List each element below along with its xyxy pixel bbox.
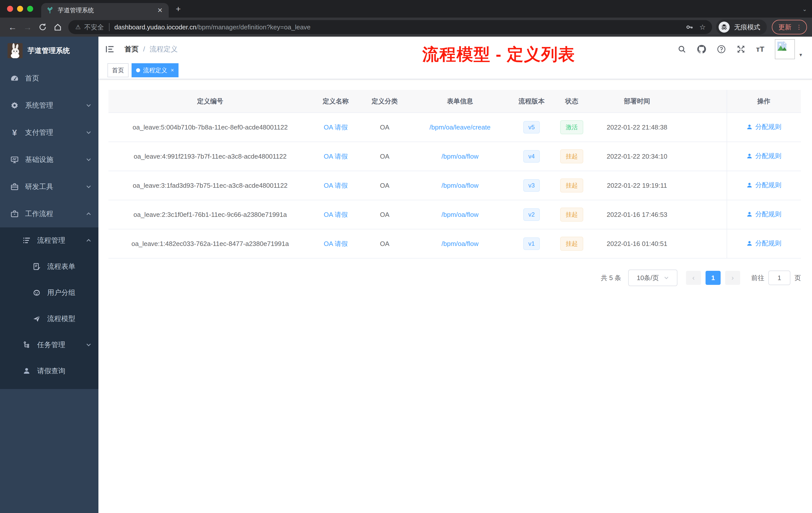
tab-search-caret-icon[interactable]: ⌄	[803, 6, 807, 12]
sidebar-item-label: 支付管理	[25, 128, 53, 137]
sidebar-item-label: 首页	[25, 73, 39, 83]
page-size-select[interactable]: 10条/页	[628, 270, 677, 286]
tab-close-icon[interactable]: ✕	[156, 6, 164, 14]
sidebar-item-label: 用户分组	[47, 288, 75, 297]
security-warning-icon[interactable]: ⚠	[75, 24, 81, 31]
goto-label: 前往	[751, 274, 764, 282]
assign-rule-link[interactable]: 分配规则	[746, 210, 781, 219]
next-page-button[interactable]: ›	[725, 271, 740, 285]
cell-deploy-time: 2022-01-22 20:34:10	[590, 153, 684, 160]
sidebar-item-leave-query[interactable]: 请假查询	[0, 358, 98, 384]
new-tab-button[interactable]: +	[176, 4, 181, 14]
sidebar-item-workflow[interactable]: 工作流程	[0, 200, 98, 228]
breadcrumb-separator: /	[143, 45, 145, 53]
monitor-icon	[10, 155, 19, 164]
page-size-value: 10条/页	[637, 274, 659, 282]
goto-page-input[interactable]	[768, 271, 790, 285]
definition-name-link[interactable]: OA 请假	[324, 240, 348, 247]
page-number-1[interactable]: 1	[705, 271, 721, 285]
key-icon[interactable]	[683, 23, 696, 31]
fullscreen-icon[interactable]	[736, 45, 746, 54]
forward-button[interactable]: →	[20, 20, 35, 35]
chevron-up-icon	[86, 211, 91, 217]
sidebar-item-label: 流程表单	[47, 262, 75, 271]
prev-page-button[interactable]: ‹	[686, 271, 701, 285]
definition-name-link[interactable]: OA 请假	[324, 211, 348, 218]
page-content: 定义编号 定义名称 定义分类 表单信息 流程版本 状态 部署时间 操作 oa_l…	[98, 79, 812, 513]
form-link[interactable]: /bpm/oa/flow	[441, 240, 478, 247]
send-icon	[32, 315, 41, 323]
tag-home[interactable]: 首页	[108, 63, 128, 77]
cell-deploy-time: 2022-01-22 21:48:38	[590, 123, 684, 131]
url-bar[interactable]: ⚠ 不安全 dashboard.yudao.iocoder.cn /bpm/ma…	[68, 20, 712, 34]
assign-rule-link[interactable]: 分配规则	[746, 122, 781, 131]
avatar-broken-image[interactable]	[775, 39, 795, 59]
sidebar-item-home[interactable]: 首页	[0, 65, 98, 92]
url-path[interactable]: /bpm/manager/definition?key=oa_leave	[196, 23, 683, 31]
sidebar-item-user-group[interactable]: 用户分组	[0, 280, 98, 306]
search-icon[interactable]	[678, 45, 686, 54]
sidebar-item-process-mgmt[interactable]: 流程管理	[0, 228, 98, 253]
sidebar-collapse-icon[interactable]	[105, 44, 115, 54]
bookmark-star-icon[interactable]: ☆	[696, 23, 709, 31]
column-header-action: 操作	[727, 97, 801, 105]
form-link[interactable]: /bpm/oa/flow	[441, 182, 478, 189]
version-badge: v2	[523, 208, 540, 221]
definition-table: 定义编号 定义名称 定义分类 表单信息 流程版本 状态 部署时间 操作 oa_l…	[109, 90, 801, 259]
form-link[interactable]: /bpm/oa/flow	[441, 153, 478, 160]
font-size-icon[interactable]: ᴛT	[756, 45, 764, 54]
cell-definition-id: oa_leave:5:004b710b-7b8a-11ec-8ef0-acde4…	[109, 123, 312, 131]
pagination: 共 5 条 10条/页 ‹ 1 › 前往 页	[109, 270, 801, 286]
tag-close-icon[interactable]: ×	[171, 67, 174, 73]
chevron-down-icon	[86, 184, 91, 189]
sidebar-item-infra[interactable]: 基础设施	[0, 146, 98, 173]
browser-window: 芋道管理系统 ✕ + ⌄ ← → ⚠ 不安全 dashboard.yudao.i…	[0, 0, 812, 513]
sidebar-logo[interactable]: 芋道管理系统	[0, 37, 98, 65]
sidebar-item-process-model[interactable]: 流程模型	[0, 306, 98, 332]
chevron-up-icon	[86, 238, 91, 243]
chevron-down-icon	[86, 342, 91, 348]
definition-name-link[interactable]: OA 请假	[324, 123, 348, 131]
assign-rule-link[interactable]: 分配规则	[746, 181, 781, 189]
browser-tabstrip: 芋道管理系统 ✕ + ⌄	[0, 0, 812, 18]
column-header: 状态	[553, 97, 590, 105]
tag-label: 流程定义	[143, 66, 167, 74]
form-link[interactable]: /bpm/oa/leave/create	[430, 123, 491, 131]
tag-process-definition[interactable]: 流程定义 ×	[132, 63, 178, 77]
minimize-window-button[interactable]	[17, 6, 23, 12]
sidebar-item-system[interactable]: 系统管理	[0, 92, 98, 119]
sidebar-item-devtools[interactable]: 研发工具	[0, 173, 98, 200]
browser-tab[interactable]: 芋道管理系统 ✕	[41, 3, 169, 18]
maximize-window-button[interactable]	[27, 6, 33, 12]
back-button[interactable]: ←	[5, 20, 20, 35]
form-link[interactable]: /bpm/oa/flow	[441, 211, 478, 218]
user-group-icon	[32, 289, 41, 297]
breadcrumb: 首页 / 流程定义	[124, 44, 178, 54]
security-label[interactable]: 不安全	[84, 23, 104, 32]
form-icon	[32, 263, 41, 271]
sidebar-item-process-form[interactable]: 流程表单	[0, 253, 98, 280]
browser-menu-dots-icon[interactable]: ⋮	[796, 24, 802, 31]
gear-icon	[10, 101, 19, 110]
status-badge: 挂起	[560, 178, 583, 192]
breadcrumb-home[interactable]: 首页	[124, 44, 139, 54]
home-button[interactable]	[50, 20, 65, 35]
breadcrumb-current: 流程定义	[150, 44, 178, 54]
sidebar-item-task-mgmt[interactable]: 任务管理	[0, 332, 98, 358]
update-button[interactable]: 更新 ⋮	[772, 20, 807, 34]
person-icon	[746, 124, 753, 130]
definition-name-link[interactable]: OA 请假	[324, 153, 348, 160]
definition-name-link[interactable]: OA 请假	[324, 182, 348, 189]
assign-rule-link[interactable]: 分配规则	[746, 239, 781, 248]
help-icon[interactable]	[717, 45, 726, 54]
url-host[interactable]: dashboard.yudao.iocoder.cn	[115, 23, 197, 31]
github-icon[interactable]	[697, 44, 706, 54]
cell-deploy-time: 2022-01-22 19:19:11	[590, 182, 684, 189]
assign-rule-link[interactable]: 分配规则	[746, 152, 781, 160]
table-row: oa_leave:1:482ec033-762a-11ec-8477-a2380…	[109, 230, 801, 259]
user-menu[interactable]: ▼	[775, 39, 803, 59]
close-window-button[interactable]	[7, 6, 13, 12]
reload-button[interactable]	[35, 20, 50, 35]
sidebar-item-payment[interactable]: ¥ 支付管理	[0, 119, 98, 146]
cell-definition-id: oa_leave:1:482ec033-762a-11ec-8477-a2380…	[109, 240, 312, 248]
